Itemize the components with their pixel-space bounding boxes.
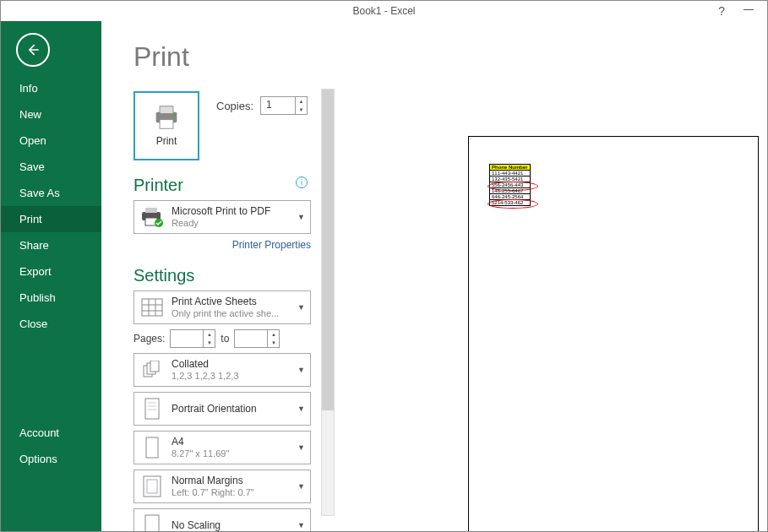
svg-rect-1 [160,106,173,114]
pages-from-spinner[interactable]: ▲▼ [170,329,215,348]
sidebar-item-options[interactable]: Options [1,446,101,472]
page-icon [139,435,165,460]
sheets-icon [139,295,165,320]
help-icon[interactable]: ? [718,4,725,18]
page-preview: Phone Number 111-443-4421132-435-5421556… [468,136,759,532]
sidebar-item-save[interactable]: Save [1,154,101,180]
svg-rect-5 [145,208,157,213]
preview-table-header: Phone Number [490,165,530,171]
copies-label: Copies: [216,100,253,112]
preview-table: Phone Number 111-443-4421132-435-5421556… [489,164,531,206]
backstage-sidebar: InfoNewOpenSaveSave AsPrintShareExportPu… [1,21,101,531]
chevron-down-icon: ▼ [297,366,305,374]
print-settings-pane: Print Print Copies: 1 [101,21,321,531]
svg-rect-16 [145,399,159,419]
print-what-dropdown[interactable]: Print Active Sheets Only print the activ… [133,290,311,324]
chevron-down-icon: ▼ [297,443,305,452]
svg-rect-23 [145,515,159,532]
printer-status-icon [139,204,165,230]
portrait-icon [139,396,165,421]
printer-heading: Printer [133,176,321,195]
collate-icon [139,357,165,383]
content-area: Print Print Copies: 1 [101,21,767,531]
svg-rect-8 [142,299,162,316]
paper-dropdown[interactable]: A4 8.27" x 11.69" ▼ [133,431,311,464]
printer-name: Microsoft Print to PDF [172,205,305,218]
pages-to-label: to [221,333,229,345]
page-title: Print [133,41,321,73]
preview-row: 111-443-4421 [490,171,530,176]
margins-dropdown[interactable]: Normal Margins Left: 0.7" Right: 0.7" ▼ [133,470,311,503]
svg-rect-2 [160,120,173,129]
sidebar-footer: AccountOptions [1,420,101,472]
printer-properties-link[interactable]: Printer Properties [133,239,311,251]
scaling-icon [139,513,165,532]
preview-row: 5214-533-462 [490,200,530,205]
titlebar: Book1 - Excel ? [1,1,767,21]
sidebar-item-print[interactable]: Print [1,206,101,232]
preview-row: 556-2456-443 [490,182,530,188]
window-title: Book1 - Excel [352,5,415,17]
minimize-icon[interactable] [743,9,754,10]
sidebar-menu: InfoNewOpenSaveSave AsPrintShareExportPu… [1,75,101,337]
chevron-up-icon[interactable]: ▲ [296,97,307,106]
back-button[interactable] [16,33,50,67]
chevron-down-icon: ▼ [297,303,305,312]
info-icon[interactable]: i [296,176,308,188]
sidebar-item-open[interactable]: Open [1,128,101,154]
printer-dropdown[interactable]: Microsoft Print to PDF Ready ▼ [133,200,311,234]
sidebar-item-close[interactable]: Close [1,311,101,337]
pages-label: Pages: [133,333,165,345]
orientation-dropdown[interactable]: Portrait Orientation ▼ [133,392,311,426]
sidebar-item-info[interactable]: Info [1,75,101,101]
settings-heading: Settings [133,266,321,285]
print-button-label: Print [156,135,177,147]
app-window: Book1 - Excel ? InfoNewOpenSaveSave AsPr… [0,0,768,532]
collate-dropdown[interactable]: Collated 1,2,3 1,2,3 1,2,3 ▼ [133,353,311,387]
printer-icon [151,105,182,130]
sidebar-item-account[interactable]: Account [1,420,101,446]
svg-point-3 [173,114,176,117]
sidebar-item-publish[interactable]: Publish [1,285,101,311]
chevron-down-icon: ▼ [297,404,305,413]
preview-row: 146-255-6467 [490,188,530,194]
sidebar-item-save-as[interactable]: Save As [1,180,101,206]
svg-rect-15 [150,361,159,372]
copies-value[interactable]: 1 [261,97,295,114]
printer-status: Ready [172,218,305,230]
copies-spinner[interactable]: 1 ▲▼ [260,96,308,115]
chevron-down-icon: ▼ [297,521,305,529]
pages-to-spinner[interactable]: ▲▼ [234,329,280,348]
preview-pane: Phone Number 111-443-4421132-435-5421556… [321,21,767,531]
margins-icon [139,474,165,499]
back-arrow-icon [25,41,41,58]
chevron-down-icon: ▼ [297,482,305,491]
sidebar-item-share[interactable]: Share [1,232,101,258]
svg-rect-20 [146,437,158,458]
settings-scrollbar[interactable] [321,89,335,516]
scaling-dropdown[interactable]: No Scaling ▼ [133,508,311,532]
chevron-down-icon[interactable]: ▼ [296,106,307,114]
sidebar-item-export[interactable]: Export [1,258,101,285]
chevron-down-icon: ▼ [297,213,305,221]
print-button[interactable]: Print [133,91,199,160]
sidebar-item-new[interactable]: New [1,101,101,128]
